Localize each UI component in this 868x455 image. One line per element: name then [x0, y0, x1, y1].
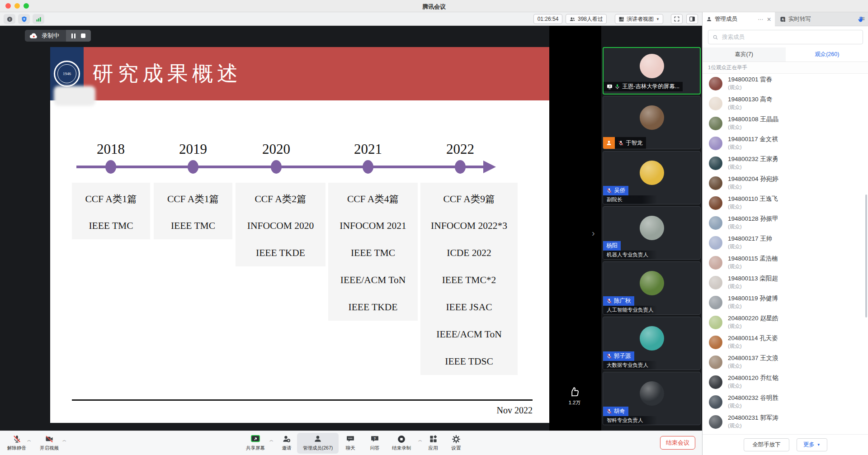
panel-more-icon[interactable]: ⋯ [758, 16, 763, 23]
more-button[interactable]: 更多 ▼ [797, 438, 827, 451]
member-name: 194800113 栾阳超 [728, 275, 778, 283]
settings-button[interactable]: 设置 [443, 433, 469, 454]
pause-recording-button[interactable] [71, 33, 75, 38]
tab-live-transcript[interactable]: A 实时转写 [775, 12, 851, 26]
member-role: (观众) [728, 84, 742, 91]
member-row[interactable]: 204800232 谷明胜(观众) [703, 392, 868, 412]
start-video-button[interactable]: 开启视频 [37, 433, 62, 454]
member-avatar [709, 176, 722, 190]
publication-item: IEEE TDSC [420, 348, 518, 375]
member-search[interactable] [708, 30, 863, 44]
member-role: (观众) [728, 303, 742, 310]
member-row[interactable]: 194800115 孟浩楠(观众) [703, 253, 868, 273]
publication-item: IEEE TMC [154, 212, 232, 239]
video-tile[interactable]: 于智龙 [603, 96, 701, 149]
raised-hand-icon[interactable] [857, 16, 864, 23]
video-tile[interactable]: 郭子源大数据专业负责人 [603, 317, 701, 370]
member-row[interactable]: 194800113 栾阳超(观众) [703, 273, 868, 293]
member-row[interactable]: 194800128 孙振甲(观众) [703, 213, 868, 233]
invite-button[interactable]: 邀请 [274, 433, 299, 454]
member-row[interactable]: 194800108 王晶晶(观众) [703, 114, 868, 133]
view-mode-dropdown[interactable]: 演讲者视图 ▼ [615, 14, 663, 24]
member-row[interactable]: 194800130 高奇(观众) [703, 94, 868, 114]
member-avatar [709, 256, 722, 270]
security-button[interactable] [18, 14, 30, 24]
member-row[interactable]: 194800217 王帅(观众) [703, 233, 868, 253]
member-row[interactable]: 204800114 孔天姿(观众) [703, 332, 868, 352]
audio-options-chevron[interactable]: ︿ [27, 438, 31, 442]
tab-guests[interactable]: 嘉宾(7) [703, 47, 786, 62]
lower-all-hands-button[interactable]: 全部手放下 [744, 438, 789, 451]
video-tile[interactable]: 陈广秋人工智能专业负责人 [603, 261, 701, 315]
apps-button[interactable]: 应用 [420, 433, 446, 454]
member-row[interactable]: 204800137 王文浪(观众) [703, 352, 868, 372]
member-avatar [709, 395, 722, 409]
info-button[interactable]: i [4, 14, 15, 24]
share-options-chevron[interactable]: ︿ [269, 438, 274, 442]
collapse-video-strip-handle[interactable]: › [592, 228, 595, 237]
member-row[interactable]: 204800231 郭军涛(观众) [703, 412, 868, 432]
meeting-stage: 录制中 1946 研究成果概述 20182019202020212022 CCF… [0, 26, 702, 431]
host-person-icon [606, 140, 612, 146]
member-name: 194800217 王帅 [728, 235, 772, 243]
member-row[interactable]: 204800220 赵星皓(观众) [703, 313, 868, 332]
watermark-blur [54, 86, 95, 106]
participant-name-label: 杨阳 [603, 241, 621, 251]
member-row[interactable]: 194800232 王家勇(观众) [703, 153, 868, 173]
publication-item: INFOCOM 2021 [328, 212, 418, 239]
member-role: (观众) [728, 383, 742, 389]
member-row[interactable]: 194800201 雷春(观众) [703, 74, 868, 94]
member-row[interactable]: 194800119 孙健博(观众) [703, 293, 868, 313]
member-name: 204800231 郭军涛 [728, 414, 778, 422]
member-role: (观众) [728, 164, 742, 171]
recording-label: 录制中 [42, 32, 59, 40]
member-name: 204800220 赵星皓 [728, 314, 778, 322]
side-panel-toggle-button[interactable] [686, 14, 698, 24]
video-tile[interactable]: 杨阳机器人专业负责人 [603, 206, 701, 260]
member-avatar [709, 156, 722, 170]
publication-item: ICDE 2022 [420, 239, 518, 266]
end-meeting-button[interactable]: 结束会议 [660, 436, 695, 450]
viewers-count[interactable]: 398人看过 [566, 14, 607, 24]
stop-record-icon [397, 435, 406, 444]
member-role: (观众) [728, 283, 742, 290]
member-list: 194800201 雷春(观众)194800130 高奇(观众)19480010… [703, 74, 868, 434]
member-avatar [709, 236, 722, 250]
video-options-chevron[interactable]: ︿ [62, 438, 66, 442]
member-row[interactable]: 194800117 金文祺(观众) [703, 133, 868, 153]
raise-hand-note: 1位观众正在举手 [703, 62, 868, 74]
share-screen-button[interactable]: 共享屏幕 [243, 433, 268, 454]
video-tile[interactable]: 吴侨副院长 [603, 151, 701, 204]
publication-item: INFOCOM 2020 [236, 212, 326, 239]
fullscreen-button[interactable] [671, 14, 683, 24]
stop-recording-dock-button[interactable]: 结束录制 [387, 433, 416, 454]
panel-scrollbar[interactable] [865, 194, 867, 318]
stop-recording-button[interactable] [81, 33, 85, 38]
qa-button[interactable]: ? 问答 [362, 433, 387, 454]
panel-close-icon[interactable]: ✕ [767, 16, 771, 23]
search-input[interactable] [721, 33, 859, 41]
member-name: 194800117 金文祺 [728, 135, 778, 143]
participant-role-label: 副院长 [603, 195, 657, 204]
video-tile[interactable]: 王恩-吉林大学的屏幕... [603, 47, 701, 95]
unmute-button[interactable]: 解除静音 [4, 433, 29, 454]
tab-manage-members[interactable]: 管理成员 ⋯ ✕ [703, 12, 775, 26]
member-row[interactable]: 194800204 孙宛婷(观众) [703, 173, 868, 193]
network-stats-button[interactable] [33, 14, 44, 24]
member-row[interactable]: 194800110 王逸飞(观众) [703, 193, 868, 213]
participant-name: 杨阳 [606, 242, 618, 250]
caret-down-icon: ▼ [817, 443, 821, 447]
tab-audience[interactable]: 观众(260) [786, 47, 868, 62]
apps-grid-icon [429, 435, 438, 443]
chat-button[interactable]: 聊天 [338, 433, 363, 454]
member-row[interactable]: 204800120 乔红铭(观众) [703, 372, 868, 392]
member-avatar [709, 276, 722, 289]
timeline-node [271, 160, 282, 174]
tencent-meeting-window: 腾讯会议 i 01:26:54 398人看过 演讲者视图 ▼ [0, 0, 868, 455]
svg-text:A: A [782, 18, 784, 21]
panel-tab-bar: 管理成员 ⋯ ✕ A 实时转写 ≡ [703, 12, 868, 26]
video-tile[interactable]: 胡奇智科专业负责人 [603, 372, 701, 425]
manage-members-button[interactable]: 管理成员(267) [297, 433, 339, 454]
participant-avatar [640, 54, 664, 78]
publication-box: CCF A类4篇INFOCOM 2021IEEE TMCIEEE/ACM ToN… [328, 183, 418, 321]
